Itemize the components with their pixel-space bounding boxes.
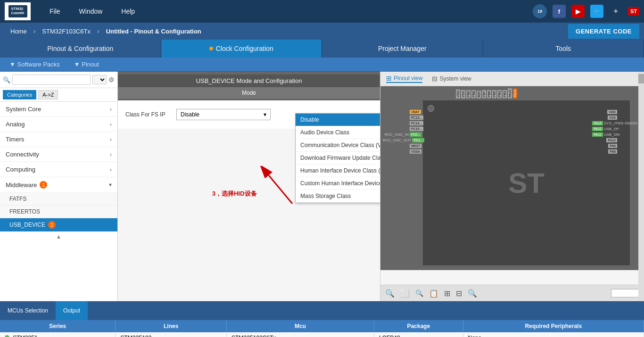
pin-pb5: PB5: [492, 90, 496, 98]
dropdown-item-custom-hid[interactable]: Custom Human Interface Device Class (HID…: [296, 177, 380, 190]
categories-button[interactable]: Categories: [3, 90, 36, 99]
generate-code-button[interactable]: GENERATE CODE: [568, 24, 639, 39]
pin-vbat-row: VBAT: [383, 110, 424, 114]
twitter-icon[interactable]: 🐦: [590, 5, 603, 18]
dropdown-list: Disable Audio Device Class Communication…: [295, 113, 380, 203]
scroll-up-indicator[interactable]: ▲: [0, 232, 117, 241]
class-select-box[interactable]: Disable ▾: [176, 109, 271, 120]
pin-pc14-row: PC14...: [383, 121, 424, 125]
right-scroll-thumb: [638, 74, 644, 83]
col-package: Package: [374, 320, 463, 332]
dropdown-item-msc[interactable]: Mass Storage Class: [296, 190, 380, 203]
sub-tab-pinout[interactable]: ▼ Pinout: [74, 61, 99, 68]
sub-item-fatfs[interactable]: FATFS: [0, 193, 117, 205]
pin-pc13-row: PC13...: [383, 115, 424, 120]
col-peripherals: Required Peripherals: [463, 320, 644, 332]
pinout-toolbar: 🔍 ⬜ 🔍 📋 ⊞ ⊟ 🔍: [380, 285, 644, 301]
output-area: Series Lines Mcu Package Required Periph…: [0, 320, 644, 337]
copy-button[interactable]: 📋: [429, 289, 438, 298]
grid-button[interactable]: ⊞: [444, 289, 450, 298]
pin-nrst-row: NRST: [383, 144, 424, 148]
search-dropdown[interactable]: [92, 75, 107, 84]
tab-system-view[interactable]: ⊟ System view: [432, 75, 471, 82]
mode-header: Mode: [118, 87, 380, 99]
arrow-connectivity: ›: [110, 151, 112, 158]
pin-pa8-row: PA8: [608, 149, 642, 154]
menu-window[interactable]: Window: [79, 8, 103, 15]
arrow-analog: ›: [110, 121, 112, 128]
pin-vdd-right-row: VDD: [607, 110, 642, 114]
sub-item-freertos[interactable]: FREERTOS: [0, 205, 117, 218]
breadcrumb-home[interactable]: Home: [5, 26, 33, 37]
minus-button[interactable]: ⊟: [456, 289, 462, 298]
sidebar-item-middleware[interactable]: Middleware 1 ▾: [0, 177, 117, 193]
pin-pa12-row: PA12 USB_DP: [592, 127, 642, 131]
tab-pinout-view[interactable]: ⊞ Pinout view: [386, 74, 422, 83]
dropdown-item-disable[interactable]: Disable: [296, 114, 380, 126]
breadcrumb-sep2: ›: [97, 27, 99, 35]
tab-tools[interactable]: Tools: [483, 40, 644, 58]
zoom-input[interactable]: [611, 289, 639, 297]
pin-pd1: PD1...: [412, 138, 424, 142]
sidebar-item-computing[interactable]: Computing ›: [0, 162, 117, 177]
dropdown-item-cdc[interactable]: Communication Device Class (Virtual Port…: [296, 139, 380, 152]
cell-package: LQFP48: [374, 332, 463, 337]
arrow-computing: ›: [110, 166, 112, 173]
menu-help[interactable]: Help: [121, 8, 135, 15]
facebook-icon[interactable]: f: [553, 5, 566, 18]
select-chevron: ▾: [264, 111, 266, 118]
arrow-system-core: ›: [110, 106, 112, 113]
breadcrumb-sep1: ›: [33, 27, 36, 35]
middleware-expand-icon: ▾: [109, 181, 112, 188]
network-icon[interactable]: ✦: [609, 5, 622, 18]
pin-b00: B00: [477, 90, 481, 98]
fit-button[interactable]: ⬜: [400, 289, 410, 298]
search-input[interactable]: [12, 74, 91, 85]
menu-file[interactable]: File: [50, 8, 60, 15]
breadcrumb-device[interactable]: STM32F103C6Tx: [36, 26, 96, 37]
sidebar: 🔍 ⚙ Categories A->Z System Core › Analog…: [0, 72, 118, 301]
tab-pinout[interactable]: Pinout & Configuration: [0, 40, 161, 58]
pin-pa11-row: PA11 USB_DM: [592, 132, 642, 137]
sidebar-item-analog[interactable]: Analog ›: [0, 117, 117, 132]
pin-pb8: PB8: [471, 90, 476, 98]
category-buttons: Categories A->Z: [0, 88, 117, 102]
sidebar-item-system-core[interactable]: System Core ›: [0, 102, 117, 117]
pin-pa10-row: PA10: [606, 138, 642, 142]
pin-pb4: PB4: [497, 90, 502, 98]
output-table: Series Lines Mcu Package Required Periph…: [0, 320, 644, 337]
logo-box: STM32CubeMX: [5, 2, 31, 20]
cell-series: STM32F1: [0, 332, 116, 337]
tab-mcus-selection[interactable]: MCUs Selection: [0, 301, 56, 320]
youtube-icon[interactable]: ▶: [571, 5, 585, 18]
bottom-panel: MCUs Selection Output: [0, 301, 644, 320]
zoom-out-button[interactable]: 🔍: [415, 289, 423, 297]
gear-icon[interactable]: ⚙: [108, 76, 115, 83]
dropdown-item-hid[interactable]: Human Interface Device Class (HID): [296, 164, 380, 177]
pin-vssa: VSSA: [410, 149, 421, 154]
pin-pb6: PB6: [487, 90, 491, 98]
dropdown-item-dfu[interactable]: Download Firmware Update Class (DFU): [296, 152, 380, 164]
sidebar-item-timers[interactable]: Timers ›: [0, 132, 117, 147]
pin-pd1-row: RCC_OSC_OUT PD1...: [383, 138, 424, 142]
view-tabs: ⊞ Pinout view ⊟ System view: [380, 72, 644, 86]
pin-pa9: PA9: [608, 144, 617, 148]
pin-pa9-row: PA9: [608, 144, 642, 148]
zoom-in-button[interactable]: 🔍: [385, 289, 395, 298]
pin-pa12: PA12: [592, 127, 603, 131]
tab-clock[interactable]: Clock Configuration: [161, 40, 322, 58]
right-scrollbar[interactable]: [638, 72, 644, 301]
tab-project[interactable]: Project Manager: [322, 40, 483, 58]
sidebar-item-connectivity[interactable]: Connectivity ›: [0, 147, 117, 162]
sub-tab-software-packs[interactable]: ▼ Software Packs: [9, 61, 60, 68]
tab-output[interactable]: Output: [56, 301, 88, 320]
pin-pb7: PB7: [482, 90, 486, 98]
dropdown-item-audio[interactable]: Audio Device Class: [296, 126, 380, 139]
search-button[interactable]: 🔍: [468, 289, 477, 298]
col-lines: Lines: [116, 320, 226, 332]
right-pins: VDD VSS PA13 SYS_JTMS-SWDIO PA12 USB_DP …: [592, 110, 642, 154]
table-row: STM32F1 STM32F103 STM32F103C6Tx LQFP48 N…: [0, 332, 644, 337]
az-button[interactable]: A->Z: [38, 90, 58, 99]
sub-item-usb-device[interactable]: USB_DEVICE 2: [0, 218, 117, 232]
pin-pa11: PA11: [592, 132, 603, 137]
